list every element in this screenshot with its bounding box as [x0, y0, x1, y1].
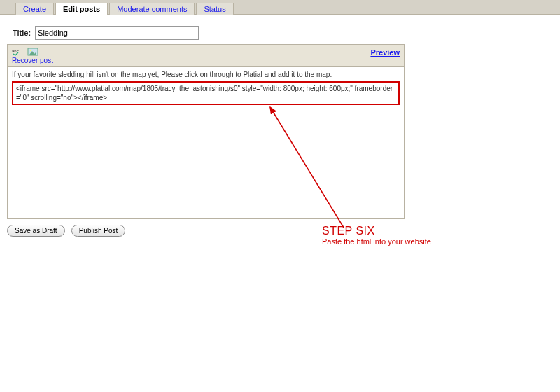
button-row: Save as Draft Publish Post: [7, 225, 560, 237]
preview-link[interactable]: Preview: [370, 48, 400, 57]
tab-create-label: Create: [23, 5, 46, 13]
tab-edit-label: Edit posts: [63, 5, 100, 13]
editor-intro-text: If your favorite sledding hill isn't on …: [12, 70, 400, 80]
tab-status[interactable]: Status: [196, 3, 233, 15]
tab-moderate-comments[interactable]: Moderate comments: [109, 3, 195, 15]
annotation-title: STEP SIX: [322, 224, 431, 237]
title-input[interactable]: [35, 26, 199, 40]
svg-point-3: [30, 50, 31, 51]
recover-post-link[interactable]: Recover post: [12, 57, 53, 64]
tab-status-label: Status: [204, 5, 225, 13]
tab-moderate-label: Moderate comments: [117, 5, 187, 13]
editor-body[interactable]: If your favorite sledding hill isn't on …: [7, 66, 405, 219]
title-row: Title:: [13, 26, 560, 40]
annotation-block: STEP SIX Paste the html into your websit…: [322, 224, 431, 246]
spellcheck-icon[interactable]: abc: [12, 47, 23, 57]
editor-toolbar: abc Recover post Preview: [7, 44, 405, 66]
save-draft-button[interactable]: Save as Draft: [7, 225, 65, 237]
publish-post-button[interactable]: Publish Post: [71, 225, 126, 237]
iframe-code-highlight: <iframe src="http://www.platial.com/map/…: [12, 81, 400, 105]
title-label: Title:: [13, 29, 31, 37]
tab-edit-posts[interactable]: Edit posts: [55, 3, 108, 15]
editor-panel: abc Recover post Preview If your favorit…: [7, 44, 405, 219]
annotation-subtitle: Paste the html into your website: [322, 237, 431, 246]
tab-strip: Create Edit posts Moderate comments Stat…: [0, 0, 560, 15]
image-icon[interactable]: [27, 47, 38, 57]
tab-create[interactable]: Create: [15, 3, 54, 15]
